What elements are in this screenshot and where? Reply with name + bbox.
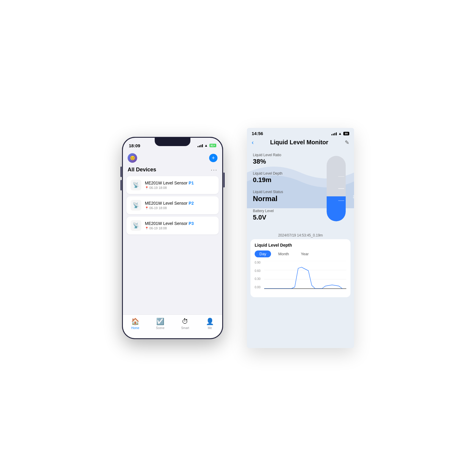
scene-icon: ☑️ xyxy=(156,318,164,325)
y-label-090: 0.90 xyxy=(255,261,264,264)
tab-home-label: Home xyxy=(131,326,139,330)
liquid-level-ratio-value: 38% xyxy=(253,158,318,165)
power-button[interactable] xyxy=(223,173,225,187)
p2-status-bar: 14:56 ▲ 99 xyxy=(247,128,354,137)
battery-level-label: Battery Level xyxy=(253,209,318,213)
device-id-p1: P1 xyxy=(189,181,194,185)
chart-tab-day[interactable]: Day xyxy=(255,250,271,257)
p2-status-icons: ▲ 99 xyxy=(331,131,349,136)
device-item-p3[interactable]: 📡 ME201W Level Sensor P3 06-19 18:08 xyxy=(126,217,219,234)
chart-y-axis: 0.90 0.60 0.30 0.00 xyxy=(255,261,264,289)
p2-signal-icon xyxy=(331,132,337,135)
phone2-device: 14:56 ▲ 99 ‹ Liquid Level Monitor ✎ xyxy=(247,128,354,348)
chart-title: Liquid Level Depth xyxy=(255,243,346,248)
tank-mark-3 xyxy=(338,201,344,201)
device-timestamp-p3: 06-19 18:08 xyxy=(145,226,214,230)
all-devices-row: All Devices ··· xyxy=(123,165,222,176)
p2-signal-bar-3 xyxy=(334,133,335,135)
liquid-level-status-label: Liquid Level Status xyxy=(253,190,318,194)
device-icon: 📡 xyxy=(131,220,141,231)
signal-icon xyxy=(198,144,203,147)
chart-tab-year[interactable]: Year xyxy=(296,250,313,257)
tab-home[interactable]: 🏠 Home xyxy=(131,318,139,330)
notch xyxy=(155,138,190,146)
tab-smart[interactable]: ⏱ Smart xyxy=(181,318,189,330)
battery-level-metric: Battery Level 5.0V xyxy=(253,209,318,221)
liquid-level-ratio-label: Liquid Level Ratio xyxy=(253,153,318,157)
avatar[interactable]: 😊 xyxy=(128,153,137,163)
liquid-level-status-metric: Liquid Level Status Normal xyxy=(253,190,318,203)
chart-x-axis xyxy=(264,289,346,289)
p2-signal-bar-4 xyxy=(336,132,337,135)
me-icon: 👤 xyxy=(206,318,214,325)
time-display: 18:09 xyxy=(129,143,140,148)
tab-me-label: Me xyxy=(208,326,212,330)
tank-markers xyxy=(327,156,346,221)
chart-tabs: Day Month Year xyxy=(255,250,346,257)
device-info: ME201W Level Sensor P1 06-19 18:08 xyxy=(145,181,214,190)
device-id-p3: P3 xyxy=(189,221,194,226)
device-id-p2: P2 xyxy=(189,201,194,206)
device-icon: 📡 xyxy=(131,180,141,190)
wifi-icon: ▲ xyxy=(204,143,208,148)
device-info: ME201W Level Sensor P3 06-19 18:08 xyxy=(145,221,214,230)
y-label-060: 0.60 xyxy=(255,269,264,273)
tab-scene[interactable]: ☑️ Scene xyxy=(156,318,164,330)
device-item-p2[interactable]: 📡 ME201W Level Sensor P2 06-19 18:08 xyxy=(126,196,219,214)
section-title: All Devices xyxy=(128,167,156,173)
data-timestamp: 2024/07/19 14:53:45_0.19m xyxy=(247,231,354,239)
tank-visualization: 38% xyxy=(324,153,348,227)
tank-mark-2 xyxy=(338,188,344,189)
more-options-button[interactable]: ··· xyxy=(211,166,217,173)
signal-bar-1 xyxy=(198,146,198,147)
tab-bar: 🏠 Home ☑️ Scene ⏱ Smart 👤 Me xyxy=(123,314,222,338)
tank-mark-1 xyxy=(338,176,344,177)
page-title: Liquid Level Monitor xyxy=(270,139,328,146)
tab-me[interactable]: 👤 Me xyxy=(206,318,214,330)
p2-battery-indicator: 99 xyxy=(343,132,349,135)
volume-down-button[interactable] xyxy=(120,180,122,190)
device-name-p3: ME201W Level Sensor P3 xyxy=(145,221,214,226)
p2-signal-bar-2 xyxy=(333,134,334,135)
device-item-p1[interactable]: 📡 ME201W Level Sensor P1 06-19 18:08 xyxy=(126,176,219,194)
volume-up-button[interactable] xyxy=(120,167,122,177)
p2-metrics-area: Liquid Level Ratio 38% Liquid Level Dept… xyxy=(247,149,354,231)
liquid-level-status-value: Normal xyxy=(253,195,318,203)
chart-area: 0.90 0.60 0.30 0.00 xyxy=(255,261,346,294)
edit-button[interactable]: ✎ xyxy=(345,139,349,146)
p2-time-display: 14:56 xyxy=(252,131,263,136)
smart-icon: ⏱ xyxy=(182,318,188,325)
tab-scene-label: Scene xyxy=(156,326,164,330)
status-icons: ▲ 91+ xyxy=(198,143,216,148)
chart-svg-container xyxy=(264,261,346,289)
p2-content: Liquid Level Ratio 38% Liquid Level Dept… xyxy=(247,149,354,348)
p2-wifi-icon: ▲ xyxy=(338,131,342,136)
liquid-level-depth-value: 0.19m xyxy=(253,176,318,184)
chart-section: Liquid Level Depth Day Month Year 0.90 0… xyxy=(250,239,350,297)
device-info: ME201W Level Sensor P2 06-19 18:08 xyxy=(145,201,214,210)
device-name-p1: ME201W Level Sensor P1 xyxy=(145,181,214,185)
p2-left-metrics: Liquid Level Ratio 38% Liquid Level Dept… xyxy=(253,153,318,227)
app-header: 😊 + xyxy=(123,151,222,165)
liquid-level-depth-label: Liquid Level Depth xyxy=(253,171,318,176)
chart-tab-month[interactable]: Month xyxy=(273,250,294,257)
y-label-030: 0.30 xyxy=(255,277,264,281)
tab-smart-label: Smart xyxy=(181,326,189,330)
tank-percent-label: 38% xyxy=(353,195,354,199)
device-list: 📡 ME201W Level Sensor P1 06-19 18:08 📡 M… xyxy=(123,176,222,234)
tank-body xyxy=(327,156,346,221)
p2-navigation: ‹ Liquid Level Monitor ✎ xyxy=(247,137,354,149)
back-button[interactable]: ‹ xyxy=(252,139,254,146)
device-timestamp-p2: 06-19 18:08 xyxy=(145,206,214,210)
signal-bar-4 xyxy=(202,144,203,147)
home-icon: 🏠 xyxy=(131,318,139,325)
signal-bar-2 xyxy=(199,145,200,147)
device-timestamp-p1: 06-19 18:08 xyxy=(145,186,214,190)
battery-level-value: 5.0V xyxy=(253,214,318,221)
y-label-000: 0.00 xyxy=(255,286,264,289)
add-device-button[interactable]: + xyxy=(209,154,217,162)
device-icon: 📡 xyxy=(131,200,141,211)
signal-bar-3 xyxy=(201,145,201,147)
device-name-p2: ME201W Level Sensor P2 xyxy=(145,201,214,206)
p2-signal-bar-1 xyxy=(331,134,332,135)
